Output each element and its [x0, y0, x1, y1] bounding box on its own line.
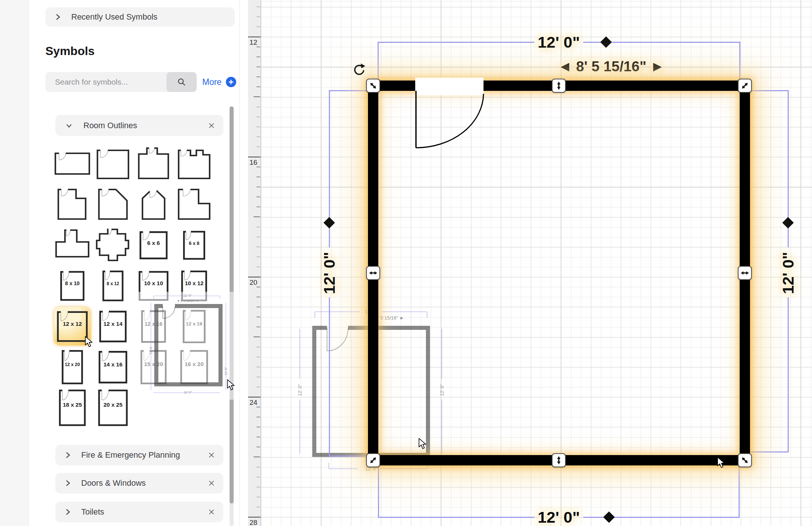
symbol-18x25[interactable]: 18 x 25 [54, 388, 91, 427]
svg-text:6 x 8: 6 x 8 [189, 240, 200, 246]
dim-stub [378, 466, 379, 518]
dim-line-top [378, 42, 534, 43]
ruler-tick [254, 457, 260, 457]
symbol-room-corner-cut[interactable] [94, 185, 131, 223]
section-room-outlines[interactable]: Room Outlines [55, 115, 223, 136]
svg-text:6 x 6: 6 x 6 [147, 240, 160, 246]
dim-stub [750, 90, 789, 91]
rotate-handle-icon[interactable] [351, 62, 367, 78]
dim-stub [739, 42, 740, 81]
symbol-room-t-shape[interactable] [54, 226, 91, 264]
dim-stub [329, 90, 368, 91]
ruler-tick [257, 387, 260, 387]
ruler-tick [257, 47, 260, 47]
ruler-tick [248, 517, 261, 518]
symbol-room-alcove[interactable] [135, 144, 172, 183]
more-symbols-button[interactable]: More [202, 77, 236, 87]
ruler-tick [257, 437, 260, 437]
selection-width-dimension-bottom: 12' 0" [538, 508, 580, 526]
ruler-tick [257, 377, 260, 378]
section-doors-windows[interactable]: Doors & Windows [55, 473, 223, 493]
symbol-6x8[interactable]: 6 x 8 [176, 226, 213, 264]
ruler-tick [248, 37, 261, 37]
symbol-room-l-shape[interactable] [176, 185, 213, 223]
search-input[interactable] [45, 72, 166, 92]
close-section-icon[interactable] [208, 122, 215, 129]
door-opening[interactable] [406, 74, 491, 153]
floor-plan-app: 1216202428 12' 0" ◄ 8' 5 15/16" ► 12' 0"… [0, 0, 812, 526]
ruler-tick [257, 487, 260, 488]
ghost-bottom-width-dimension: 12' 0" [184, 390, 192, 394]
ruler-tick [257, 367, 260, 368]
symbol-6x6[interactable]: 6 x 6 [135, 226, 172, 264]
symbol-room-cross[interactable] [94, 226, 131, 264]
ruler-tick [254, 337, 260, 337]
close-section-icon[interactable] [208, 479, 215, 487]
ghost-height-dimension-right: 12' 0" [224, 367, 228, 375]
section-toilets[interactable]: Toilets [55, 502, 223, 522]
search-button[interactable] [166, 72, 197, 92]
ruler-tick [257, 57, 260, 57]
ruler-tick [257, 127, 260, 127]
ruler-tick [257, 297, 260, 297]
section-fire-emergency[interactable]: Fire & Emergency Planning [55, 445, 223, 465]
svg-text:12 x 12: 12 x 12 [63, 321, 82, 327]
svg-text:10 x 10: 10 x 10 [144, 280, 163, 286]
dim-stub [378, 42, 379, 81]
dim-stub [750, 451, 789, 452]
recently-used-symbols-section[interactable]: Recently Used Symbols [45, 7, 235, 27]
dim-line-bottom [378, 517, 534, 518]
resize-handle-top[interactable] [552, 79, 566, 93]
ruler-tick [257, 177, 260, 177]
resize-handle-left[interactable] [366, 266, 380, 280]
resize-handle-bottom[interactable] [552, 453, 566, 467]
symbol-room-bay[interactable] [135, 185, 172, 223]
symbol-room-wide[interactable] [54, 144, 91, 183]
close-section-icon[interactable] [208, 451, 215, 459]
resize-handle-top-left[interactable] [366, 79, 380, 93]
ruler-tick [257, 317, 260, 317]
ruler-tick [257, 206, 260, 207]
symbol-14x16[interactable]: 14 x 16 [94, 348, 131, 386]
symbol-room-square[interactable] [94, 144, 131, 183]
vertical-ruler: 1216202428 [248, 0, 261, 526]
ghost-height-dimension-left: 12' 0" [297, 384, 303, 396]
symbol-12x20[interactable]: 12 x 20 [54, 348, 91, 386]
section-fire-emergency-label: Fire & Emergency Planning [81, 450, 180, 460]
resize-handle-right[interactable] [738, 266, 752, 280]
ruler-tick [257, 227, 260, 228]
symbol-20x25[interactable]: 20 x 25 [94, 388, 131, 427]
ruler-tick [257, 447, 260, 447]
svg-text:18 x 25: 18 x 25 [63, 402, 82, 408]
ghost-height-dimension-left: 12' 0" [149, 346, 153, 354]
search-icon [177, 77, 186, 87]
ghost-inner-width-dimension: ◄ 8' 5 15/16" ► [176, 299, 199, 303]
resize-handle-bottom-right[interactable] [738, 453, 752, 467]
symbol-room-double-notch[interactable] [176, 144, 213, 183]
ruler-tick [257, 167, 260, 167]
mouse-cursor [717, 457, 725, 469]
ruler-tick [257, 307, 260, 307]
symbol-8x12[interactable]: 8 x 12 [94, 266, 131, 305]
ruler-tick [257, 477, 260, 478]
resize-handle-top-right[interactable] [738, 79, 752, 93]
ruler-number: 28 [250, 519, 257, 526]
ruler-tick [248, 397, 261, 397]
symbol-8x10[interactable]: 8 x 10 [54, 266, 91, 305]
ruler-tick [254, 216, 260, 217]
symbol-room-step[interactable] [54, 185, 91, 223]
close-section-icon[interactable] [208, 508, 215, 516]
svg-text:20 x 25: 20 x 25 [103, 402, 123, 408]
ruler-tick [257, 86, 260, 87]
dim-stub [329, 455, 368, 457]
drawing-canvas[interactable]: 1216202428 12' 0" ◄ 8' 5 15/16" ► 12' 0"… [240, 0, 812, 526]
ruler-tick [257, 76, 260, 77]
ruler-tick [257, 327, 260, 327]
ruler-tick [257, 427, 260, 427]
dim-line-left [329, 297, 330, 456]
ruler-tick [257, 417, 260, 417]
ruler-number: 16 [250, 158, 257, 167]
chevron-right-icon [65, 479, 71, 488]
resize-handle-bottom-left[interactable] [366, 453, 380, 467]
symbol-12x14[interactable]: 12 x 14 [94, 307, 131, 345]
